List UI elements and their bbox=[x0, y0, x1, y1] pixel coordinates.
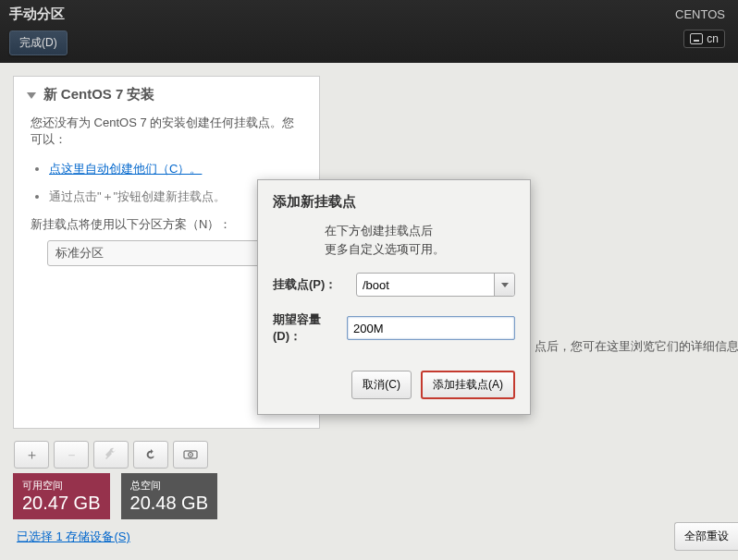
done-button[interactable]: 完成(D) bbox=[9, 30, 68, 55]
panel-header[interactable]: 新 CentOS 7 安装 bbox=[27, 86, 306, 103]
keyboard-icon bbox=[690, 33, 703, 44]
header: 手动分区 完成(D) CENTOS cn bbox=[0, 0, 738, 63]
selected-devices-link[interactable]: 已选择 1 存储设备(S) bbox=[17, 529, 130, 545]
size-label: 期望容量(D)： bbox=[273, 311, 339, 345]
kb-layout-label: cn bbox=[707, 32, 719, 45]
avail-value: 20.47 GB bbox=[22, 493, 101, 513]
wrench-icon bbox=[104, 447, 118, 462]
add-mount-button[interactable]: 添加挂载点(A) bbox=[421, 371, 515, 399]
desired-capacity-input[interactable] bbox=[347, 316, 515, 340]
disk-icon bbox=[183, 448, 198, 461]
total-label: 总空间 bbox=[130, 479, 209, 493]
mount-label: 挂载点(P)： bbox=[273, 276, 349, 293]
scheme-value: 标准分区 bbox=[55, 245, 104, 262]
intro-text: 您还没有为 CentOS 7 的安装创建任何挂载点。您可以： bbox=[31, 115, 306, 148]
total-value: 20.48 GB bbox=[130, 493, 209, 513]
cancel-button[interactable]: 取消(C) bbox=[351, 371, 412, 399]
avail-label: 可用空间 bbox=[22, 479, 101, 493]
dialog-actions: 取消(C) 添加挂载点(A) bbox=[273, 371, 515, 399]
chevron-down-icon bbox=[27, 92, 36, 99]
chevron-down-icon bbox=[501, 283, 509, 287]
manual-hint: 通过点击"＋"按钮创建新挂载点。 bbox=[49, 189, 226, 203]
reset-all-button[interactable]: 全部重设 bbox=[674, 522, 738, 551]
keyboard-indicator[interactable]: cn bbox=[683, 30, 725, 48]
svg-point-2 bbox=[190, 454, 191, 456]
mount-point-value: /boot bbox=[357, 274, 494, 296]
dialog-desc: 在下方创建挂载点后 更多自定义选项可用。 bbox=[325, 222, 515, 258]
dialog-title: 添加新挂载点 bbox=[273, 193, 515, 211]
reload-button[interactable] bbox=[133, 441, 168, 469]
detail-hint: 点后，您可在这里浏览它们的详细信息。 bbox=[535, 338, 738, 355]
avail-space-box: 可用空间 20.47 GB bbox=[13, 473, 110, 519]
add-partition-button[interactable]: ＋ bbox=[14, 441, 49, 469]
remove-partition-button[interactable]: － bbox=[54, 441, 89, 469]
total-space-box: 总空间 20.48 GB bbox=[121, 473, 218, 519]
configure-button[interactable] bbox=[93, 441, 129, 469]
product-label: CENTOS bbox=[675, 7, 725, 21]
reload-icon bbox=[144, 448, 157, 461]
disk-info-button[interactable] bbox=[173, 441, 208, 469]
page-title: 手动分区 bbox=[9, 6, 729, 23]
add-mount-dialog: 添加新挂载点 在下方创建挂载点后 更多自定义选项可用。 挂载点(P)： /boo… bbox=[257, 179, 531, 415]
panel-title: 新 CentOS 7 安装 bbox=[43, 86, 155, 102]
auto-create-link[interactable]: 点这里自动创建他们（C）。 bbox=[49, 162, 202, 176]
storage-summary: 可用空间 20.47 GB 总空间 20.48 GB bbox=[13, 473, 217, 519]
combo-dropdown-button[interactable] bbox=[494, 274, 514, 296]
mount-point-combo[interactable]: /boot bbox=[356, 273, 515, 297]
partition-toolbar: ＋ － bbox=[14, 441, 208, 469]
header-right: CENTOS cn bbox=[675, 7, 725, 48]
